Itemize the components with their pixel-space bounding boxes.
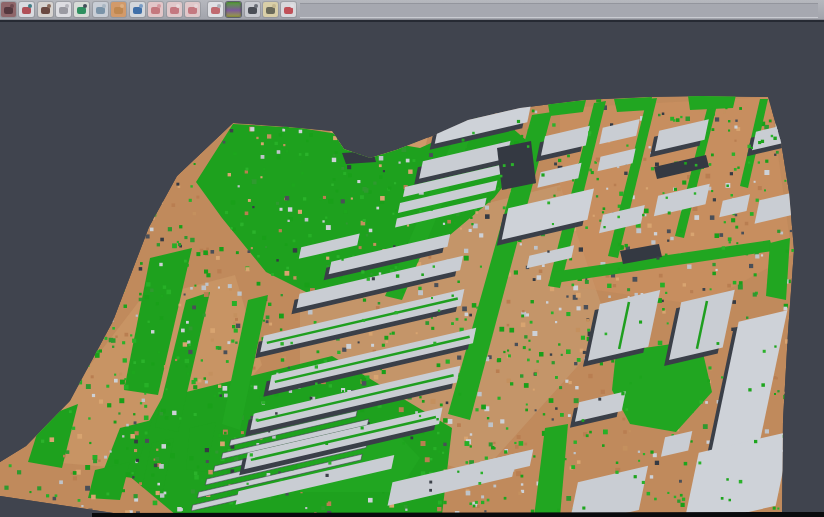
classification-palette-icon[interactable]	[226, 2, 241, 17]
ortho-image-icon-glyph	[114, 7, 123, 14]
binoculars-icon-glyph	[248, 7, 257, 14]
elevation-layers-icon[interactable]	[148, 2, 163, 17]
target-circle-icon-glyph	[170, 7, 179, 14]
globe-3d-icon[interactable]	[130, 2, 145, 17]
point-cloud-icon-glyph	[59, 7, 68, 14]
3d-viewport[interactable]	[0, 22, 824, 517]
dark-terrain-icon[interactable]	[1, 2, 16, 17]
grid-clip-icon-dot	[217, 4, 221, 8]
ortho-image-icon[interactable]	[111, 2, 126, 17]
measure-lines-icon[interactable]	[281, 2, 296, 17]
dark-terrain-icon-dot	[10, 4, 14, 8]
toolbar	[0, 0, 824, 20]
toolbar-empty-area	[300, 3, 818, 18]
hillshade-icon[interactable]	[38, 2, 53, 17]
globe-3d-icon-glyph	[133, 7, 142, 14]
hillshade-icon-dot	[47, 4, 51, 8]
info-label-icon[interactable]	[263, 2, 278, 17]
classified-points-icon-glyph	[22, 7, 31, 14]
target-circle-icon[interactable]	[167, 2, 182, 17]
point-cloud-icon[interactable]	[56, 2, 71, 17]
grid-clip-icon-glyph	[211, 7, 220, 14]
classified-points-icon[interactable]	[19, 2, 34, 17]
info-label-icon-dot	[272, 4, 276, 8]
dark-terrain-icon-glyph	[4, 7, 13, 14]
binoculars-icon-dot	[254, 4, 258, 8]
green-surface-icon-dot	[83, 4, 87, 8]
selection-box-icon-glyph	[188, 7, 197, 14]
profile-view-icon[interactable]	[93, 2, 108, 17]
grid-clip-icon[interactable]	[208, 2, 223, 17]
measure-lines-icon-glyph	[284, 7, 293, 14]
profile-view-icon-glyph	[96, 7, 105, 14]
elevation-layers-icon-glyph	[151, 7, 160, 14]
classified-points-icon-dot	[28, 4, 32, 8]
selection-box-icon-dot	[194, 4, 198, 8]
ortho-image-icon-dot	[120, 4, 124, 8]
point-cloud-icon-dot	[65, 4, 69, 8]
profile-view-icon-dot	[102, 4, 106, 8]
green-surface-icon-glyph	[77, 7, 86, 14]
hillshade-icon-glyph	[41, 7, 50, 14]
binoculars-icon[interactable]	[245, 2, 260, 17]
globe-3d-icon-dot	[139, 4, 143, 8]
application-window	[0, 0, 824, 517]
elevation-layers-icon-dot	[157, 4, 161, 8]
measure-lines-icon-dot	[290, 4, 294, 8]
selection-box-icon[interactable]	[185, 2, 200, 17]
target-circle-icon-dot	[176, 4, 180, 8]
point-cloud-scene	[0, 22, 824, 517]
info-label-icon-glyph	[266, 7, 275, 14]
green-surface-icon[interactable]	[74, 2, 89, 17]
